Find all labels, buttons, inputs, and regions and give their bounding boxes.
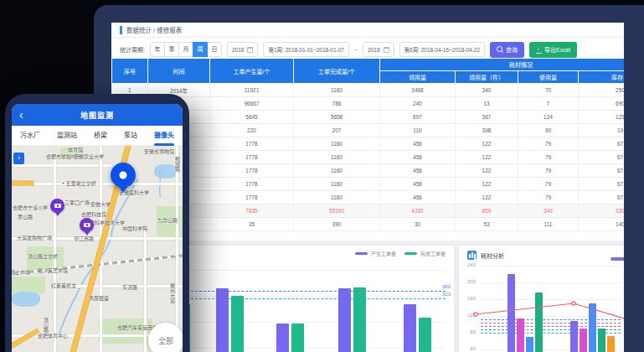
breadcrumb-bar: 数据统计 / 维修报表 <box>111 23 624 38</box>
year-start-value: 2018 <box>232 47 244 53</box>
average-line <box>481 326 621 327</box>
chart-bar <box>526 337 533 352</box>
workorder-chart-card: 产生工单量完成工单量 360323 <box>174 246 454 352</box>
download-icon <box>536 46 542 54</box>
y-tick-label: 40 <box>459 346 476 351</box>
back-icon[interactable]: ‹ <box>19 106 23 124</box>
phone-frame: ‹ 地图监测 污水厂监测站桥梁泵站摄像头 <box>5 94 189 352</box>
year-end-select[interactable]: 2018 <box>363 42 394 57</box>
chart-bar <box>570 321 578 352</box>
range-end-value: 第6周: 2018-04-16~2018-04-22 <box>404 45 481 54</box>
export-excel-button[interactable]: 导出Excel <box>529 42 577 58</box>
phone-screen: ‹ 地图监测 污水厂监测站桥梁泵站摄像头 <box>12 104 183 352</box>
search-button[interactable]: 查询 <box>490 42 524 58</box>
gridline <box>481 282 621 283</box>
table-row: 12014年119211160346834070250 <box>112 84 625 97</box>
period-option[interactable]: 季 <box>164 42 179 57</box>
col-time: 时间 <box>148 59 210 84</box>
phone-tab-监测站[interactable]: 监测站 <box>57 126 77 146</box>
phone-header: ‹ 地图监测 <box>12 104 183 126</box>
camera-pin-icon[interactable] <box>50 199 64 213</box>
phone-tab-泵站[interactable]: 泵站 <box>124 126 137 146</box>
gridline <box>481 266 621 267</box>
all-button[interactable]: 全部 <box>148 323 183 352</box>
chart-bar <box>276 324 289 352</box>
panel-expander-button[interactable]: › <box>13 153 24 164</box>
col-index: 序号 <box>112 59 148 84</box>
consumables-chart-plot: 4080120160200240 <box>459 246 624 352</box>
year-end-value: 2018 <box>368 47 379 53</box>
camera-lens <box>57 204 59 207</box>
average-line <box>481 319 621 320</box>
col-sub: 领用量（件） <box>456 71 518 84</box>
map-view[interactable]: 合肥市琥珀中学体育馆安徽农业大学安徽省博物馆桐城路五里墩立交桥安徽医科大学三孝口… <box>12 146 183 352</box>
chart-bar <box>535 292 543 352</box>
phone-title: 地图监测 <box>80 110 114 121</box>
year-start-select[interactable]: 2018 <box>227 42 258 57</box>
period-option[interactable]: 年 <box>150 42 165 57</box>
phone-tab-桥梁[interactable]: 桥梁 <box>94 126 107 146</box>
chart-bar <box>589 303 596 352</box>
chart-bar <box>580 329 587 352</box>
period-option[interactable]: 月 <box>178 42 193 57</box>
range-end-input[interactable]: 第6周: 2018-04-16~2018-04-22 <box>399 42 486 57</box>
col-sub: 库存量 <box>579 71 625 84</box>
col-sub: 领用量 <box>380 71 456 84</box>
col-sub: 使用量 <box>518 71 579 84</box>
reference-label: 323 <box>425 292 451 297</box>
col-created: 工单产生量/个 <box>210 59 294 84</box>
reference-label: 360 <box>425 284 451 289</box>
y-tick-label: 200 <box>459 279 476 284</box>
chart-bar <box>419 318 431 352</box>
gridline <box>183 270 446 271</box>
calendar-icon <box>247 47 253 53</box>
average-line <box>481 323 621 324</box>
chart-bar <box>216 288 229 352</box>
chart-bar <box>291 324 304 352</box>
breadcrumb-accent <box>120 26 122 34</box>
col-completed: 工单完成量/个 <box>294 59 380 84</box>
y-tick-label: 240 <box>459 262 476 267</box>
chart-bar <box>404 304 416 352</box>
camera-pin-icon[interactable] <box>80 218 94 232</box>
calendar-icon <box>384 47 389 53</box>
chart-bar <box>353 287 366 352</box>
camera-lens <box>86 224 89 226</box>
consumables-chart-card: 耗材分析 4080120160200240 <box>459 246 624 352</box>
phone-tab-摄像头[interactable]: 摄像头 <box>154 126 174 146</box>
map-pins <box>12 146 183 352</box>
period-option[interactable]: 周 <box>193 42 208 57</box>
range-separator: ~ <box>354 47 358 53</box>
y-tick-label: 120 <box>459 313 476 318</box>
period-label: 统计周期: <box>120 45 145 54</box>
period-segment: 年季月周日 <box>150 42 222 57</box>
gridline <box>481 316 621 317</box>
chart-bar <box>507 274 515 352</box>
col-group: 耗材情况 <box>380 59 625 71</box>
range-start-input[interactable]: 第1周: 2018-01-01~2018-01-07 <box>263 42 349 57</box>
range-start-value: 第1周: 2018-01-01~2018-01-07 <box>268 45 344 54</box>
chart-bar <box>598 329 605 352</box>
breadcrumb: 数据统计 / 维修报表 <box>126 25 182 34</box>
period-option[interactable]: 日 <box>207 42 222 57</box>
selected-pin-icon[interactable] <box>111 163 136 188</box>
phone-tabs: 污水厂监测站桥梁泵站摄像头 <box>12 126 183 146</box>
phone-tab-污水厂[interactable]: 污水厂 <box>20 126 40 146</box>
workorder-chart-plot: 360323 <box>174 246 454 352</box>
gridline <box>481 299 621 300</box>
chart-bar <box>338 288 351 352</box>
search-icon <box>497 46 503 53</box>
y-tick-label: 80 <box>459 329 476 334</box>
filter-bar: 统计周期: 年季月周日 2018 第1周: 2018-01-01~2018-01… <box>120 41 577 58</box>
chart-bar <box>231 296 244 352</box>
y-tick-label: 160 <box>459 296 476 301</box>
chart-bar <box>607 336 615 352</box>
chart-bar <box>517 318 524 352</box>
